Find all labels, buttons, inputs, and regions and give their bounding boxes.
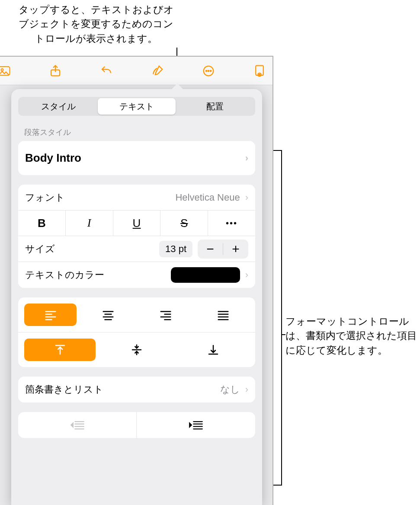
- valign-bottom-button[interactable]: [178, 339, 249, 361]
- format-popover: スタイル テキスト 配置 段落スタイル Body Intro › フォント He…: [11, 89, 262, 505]
- svg-point-1: [1, 69, 3, 71]
- popover-arrow: [170, 83, 184, 90]
- text-style-buttons: B I U S •••: [18, 211, 255, 236]
- device-frame: スタイル テキスト 配置 段落スタイル Body Intro › フォント He…: [0, 56, 273, 505]
- bullets-value: なし: [220, 383, 240, 396]
- paragraph-style-name: Body Intro: [25, 151, 81, 165]
- size-increase-button[interactable]: +: [223, 240, 248, 259]
- chevron-right-icon: ›: [245, 384, 248, 395]
- app-toolbar: [0, 57, 273, 85]
- text-color-row[interactable]: テキストのカラー ›: [18, 262, 255, 288]
- svg-marker-37: [71, 423, 73, 427]
- font-row[interactable]: フォント Helvetica Neue ›: [18, 185, 255, 211]
- share-icon[interactable]: [46, 61, 65, 80]
- callout-bracket: [273, 150, 282, 486]
- chevron-right-icon: ›: [245, 192, 248, 203]
- size-label: サイズ: [25, 243, 55, 256]
- bullets-card[interactable]: 箇条書きとリスト なし ›: [18, 377, 255, 403]
- font-card: フォント Helvetica Neue › B I U S ••• サイズ 13…: [18, 185, 255, 288]
- align-justify-button[interactable]: [197, 304, 249, 326]
- svg-point-9: [259, 74, 260, 75]
- strikethrough-button[interactable]: S: [160, 211, 208, 236]
- callout-right-text: フォーマットコントロールは、書類内で選択された項目に応じて変化します。: [285, 314, 417, 358]
- more-icon[interactable]: [199, 61, 218, 80]
- valign-top-button[interactable]: [24, 339, 96, 361]
- font-label: フォント: [25, 191, 65, 204]
- tab-style[interactable]: スタイル: [19, 98, 98, 115]
- svg-marker-42: [189, 423, 192, 427]
- callout-top-text: タップすると、テキストおよびオブジェクトを変更するためのコントロールが表示されま…: [18, 3, 174, 46]
- chevron-right-icon: ›: [245, 153, 248, 164]
- font-value: Helvetica Neue: [175, 192, 240, 203]
- svg-point-4: [206, 70, 207, 71]
- bold-button[interactable]: B: [18, 211, 66, 236]
- svg-point-5: [208, 70, 209, 71]
- underline-button[interactable]: U: [113, 211, 161, 236]
- size-row: サイズ 13 pt − +: [18, 236, 255, 262]
- size-stepper: − +: [198, 240, 248, 259]
- valign-middle-button[interactable]: [101, 339, 172, 361]
- alignment-card: [18, 297, 255, 367]
- tab-text[interactable]: テキスト: [98, 98, 176, 115]
- bullets-label: 箇条書きとリスト: [25, 383, 103, 396]
- document-view-icon[interactable]: [250, 61, 269, 80]
- media-icon[interactable]: [0, 61, 14, 80]
- size-decrease-button[interactable]: −: [198, 240, 223, 259]
- vertical-alignment-row: [18, 332, 255, 367]
- italic-button[interactable]: I: [66, 211, 113, 236]
- align-left-button[interactable]: [24, 304, 77, 326]
- horizontal-alignment-row: [18, 297, 255, 332]
- text-color-swatch[interactable]: [171, 267, 240, 283]
- paragraph-style-section-label: 段落スタイル: [24, 127, 255, 137]
- text-color-label: テキストのカラー: [25, 268, 104, 281]
- tab-arrange[interactable]: 配置: [176, 98, 254, 115]
- paragraph-style-card[interactable]: Body Intro ›: [18, 141, 255, 175]
- format-brush-icon[interactable]: [148, 61, 167, 80]
- chevron-right-icon: ›: [245, 269, 248, 281]
- align-center-button[interactable]: [82, 304, 134, 326]
- callout-bracket-stem: [282, 334, 285, 335]
- svg-point-6: [210, 70, 212, 71]
- more-text-options-button[interactable]: •••: [208, 211, 255, 236]
- size-value[interactable]: 13 pt: [159, 241, 192, 257]
- indent-button[interactable]: [137, 412, 255, 438]
- outdent-button[interactable]: [18, 412, 137, 438]
- align-right-button[interactable]: [139, 304, 192, 326]
- undo-icon[interactable]: [97, 61, 116, 80]
- indent-card: [18, 412, 255, 438]
- format-tabs: スタイル テキスト 配置: [18, 97, 255, 116]
